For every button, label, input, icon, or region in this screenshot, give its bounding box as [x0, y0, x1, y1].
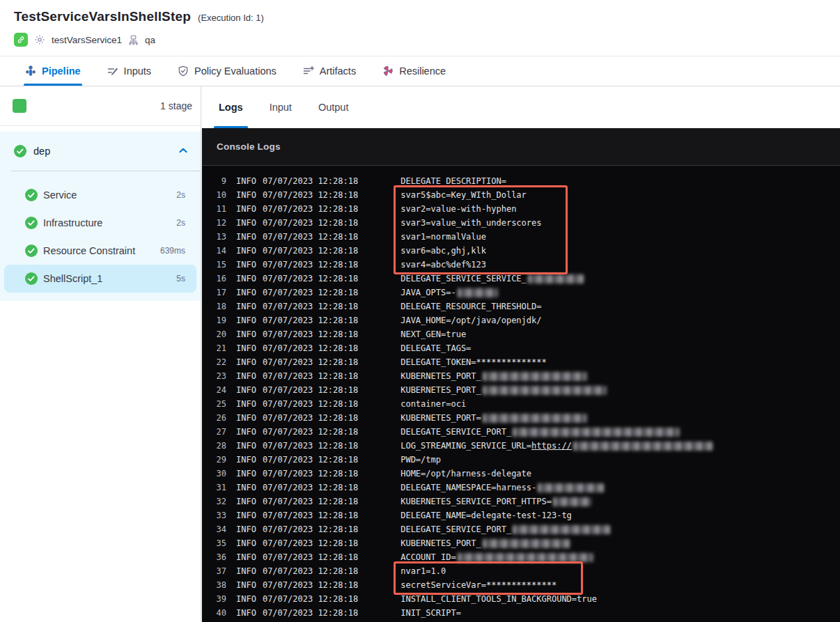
redacted-text — [483, 372, 587, 381]
log-line: 26INFO07/07/2023 12:28:18KUBERNETES_PORT… — [215, 411, 840, 425]
log-message: PWD=/tmp — [400, 455, 441, 465]
list-plus-icon — [303, 65, 314, 77]
chevron-up-icon[interactable] — [178, 146, 188, 157]
log-text: INIT_SCRIPT= — [400, 608, 461, 618]
log-text: KUBERNETES_PORT_ — [400, 371, 481, 381]
log-message: KUBERNETES_PORT_ — [400, 385, 607, 395]
log-line: 38INFO07/07/2023 12:28:18secretServiceVa… — [215, 578, 840, 592]
step-duration: 2s — [176, 190, 185, 200]
log-line: 40INFO07/07/2023 12:28:18INIT_SCRIPT= — [215, 606, 840, 620]
stage-group-header[interactable]: dep — [0, 132, 201, 171]
redacted-text — [513, 428, 680, 437]
step-label: Infrastructure — [43, 217, 102, 228]
tab-artifacts[interactable]: Artifacts — [303, 56, 356, 86]
service-name: testVarsService1 — [52, 35, 122, 45]
log-line: 23INFO07/07/2023 12:28:18KUBERNETES_PORT… — [215, 369, 840, 383]
log-line: 13INFO07/07/2023 12:28:18svar1=normalVal… — [215, 230, 840, 244]
log-text: INSTALL_CLIENT_TOOLS_IN_BACKGROUND=true — [400, 594, 597, 604]
log-text: DELEGATE_RESOURCE_THRESHOLD= — [400, 302, 541, 311]
redacted-text — [458, 553, 593, 562]
log-line: 30INFO07/07/2023 12:28:18HOME=/opt/harne… — [215, 467, 840, 481]
step-service[interactable]: Service2s — [4, 181, 196, 209]
console-log-body[interactable]: 9INFO07/07/2023 12:28:18DELEGATE_DESCRIP… — [202, 166, 840, 622]
shield-check-icon — [178, 65, 189, 77]
log-message: NEXT_GEN=true — [400, 329, 466, 339]
log-text: svar5$abc=Key_WIth_Dollar — [400, 190, 527, 200]
redacted-text — [483, 414, 587, 423]
tab-inputs-label: Inputs — [124, 65, 152, 77]
log-text: DELEGATE_SERVICE_PORT_ — [400, 427, 511, 437]
log-message: nvar1=1.0 — [400, 566, 446, 576]
tab-artifacts-label: Artifacts — [320, 65, 356, 77]
tab-logs-label: Logs — [219, 102, 243, 113]
log-line: 12INFO07/07/2023 12:28:18svar3=value_wit… — [215, 216, 840, 230]
redacted-text — [528, 274, 584, 283]
log-message: INSTALL_CLIENT_TOOLS_IN_BACKGROUND=true — [400, 594, 597, 604]
log-text: JAVA_OPTS=- — [400, 288, 456, 297]
success-check-icon — [14, 145, 26, 157]
redacted-text — [483, 539, 570, 548]
log-line: 39INFO07/07/2023 12:28:18INSTALL_CLIENT_… — [215, 592, 840, 606]
log-text: DELEGATE_SERVICE_PORT_ — [400, 524, 511, 534]
log-line: 22INFO07/07/2023 12:28:18DELEGATE_TOKEN=… — [215, 355, 840, 369]
log-message: JAVA_HOME=/opt/java/openjdk/ — [400, 316, 541, 325]
log-line: 20INFO07/07/2023 12:28:18NEXT_GEN=true — [215, 327, 840, 341]
log-message: DELEGATE_SERVICE_PORT_ — [400, 427, 680, 437]
tab-logs[interactable]: Logs — [214, 86, 248, 128]
tab-input-label: Input — [270, 102, 292, 113]
tab-output-label: Output — [318, 102, 349, 113]
cd-module-icon — [14, 33, 28, 47]
step-infrastructure[interactable]: Infrastructure2s — [4, 209, 196, 237]
log-message: JAVA_OPTS=- — [400, 288, 497, 297]
log-line: 17INFO07/07/2023 12:28:18JAVA_OPTS=- — [215, 286, 840, 300]
inputs-icon — [107, 65, 118, 77]
log-message: DELEGATE_SERVICE_PORT_ — [400, 524, 610, 534]
step-duration: 2s — [176, 218, 185, 228]
tab-resilience[interactable]: Resilience — [382, 56, 446, 86]
resilience-chaos-icon — [382, 65, 394, 77]
log-line: 14INFO07/07/2023 12:28:18svar6=abc,ghj,k… — [215, 244, 840, 258]
redacted-text — [573, 442, 713, 451]
log-line: 24INFO07/07/2023 12:28:18KUBERNETES_PORT… — [215, 383, 840, 397]
log-message: secretServiceVar=************** — [400, 580, 557, 590]
redacted-text — [513, 525, 610, 534]
log-message: DELEGATE_TOKEN=************** — [400, 357, 547, 367]
tab-output[interactable]: Output — [313, 86, 354, 128]
log-message: LOG_STREAMING_SERVICE_URL=https:// — [400, 441, 713, 451]
log-message: svar1=normalValue — [400, 232, 486, 242]
log-text: svar2=value-with-hyphen — [400, 204, 516, 214]
log-text: HOME=/opt/harness-delegate — [400, 469, 531, 479]
environment-icon — [128, 35, 139, 45]
tab-input[interactable]: Input — [265, 86, 297, 128]
log-message: KUBERNETES_PORT= — [400, 413, 587, 423]
step-shellscript-1[interactable]: ShellScript_15s — [4, 265, 196, 293]
step-label: Resource Constraint — [43, 245, 135, 256]
step-resource-constraint[interactable]: Resource Constraint639ms — [4, 237, 196, 265]
log-message: DELEGATE_SERVICE_SERVICE_ — [400, 274, 584, 283]
tab-inputs[interactable]: Inputs — [107, 56, 152, 86]
console-logs-title: Console Logs — [202, 128, 840, 166]
log-text: container=oci — [400, 399, 466, 409]
log-message: DELEGATE_NAMESPACE=harness- — [400, 483, 604, 492]
redacted-text — [538, 483, 604, 492]
log-text: LOG_STREAMING_SERVICE_URL= — [400, 441, 531, 451]
log-text: JAVA_HOME=/opt/java/openjdk/ — [400, 316, 541, 325]
log-text: KUBERNETES_PORT_ — [400, 385, 481, 395]
stage-status-square — [13, 99, 26, 113]
log-line: 36INFO07/07/2023 12:28:18ACCOUNT_ID= — [215, 550, 840, 564]
log-message: DELEGATE_DESCRIPTION= — [400, 176, 506, 186]
log-text: svar1=normalValue — [400, 232, 486, 242]
log-text: DELEGATE_SERVICE_SERVICE_ — [400, 274, 527, 283]
log-line: 16INFO07/07/2023 12:28:18DELEGATE_SERVIC… — [215, 272, 840, 286]
log-message: svar3=value_with_underscores — [400, 218, 541, 228]
tab-policy-evaluations[interactable]: Policy Evaluations — [178, 56, 277, 86]
log-text: DELEGATE_TOKEN=************** — [400, 357, 547, 367]
log-line: 27INFO07/07/2023 12:28:18DELEGATE_SERVIC… — [215, 425, 840, 439]
log-link[interactable]: https:// — [531, 441, 572, 451]
log-line: 28INFO07/07/2023 12:28:18LOG_STREAMING_S… — [215, 439, 840, 453]
tab-pipeline[interactable]: Pipeline — [25, 56, 81, 86]
log-message: ACCOUNT_ID= — [400, 552, 593, 562]
success-check-icon — [25, 217, 38, 229]
console: Console Logs 9INFO07/07/2023 12:28:18DEL… — [201, 128, 840, 622]
log-message: svar2=value-with-hyphen — [400, 204, 516, 214]
